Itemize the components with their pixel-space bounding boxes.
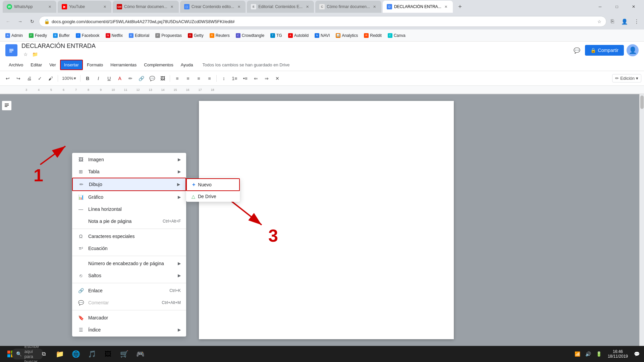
forward-button[interactable]: → — [15, 16, 25, 27]
underline-button[interactable]: U — [104, 73, 114, 83]
cast-icon[interactable]: ⎘ — [608, 17, 617, 26]
maximize-button[interactable]: □ — [609, 1, 625, 12]
menu-item-dibujo[interactable]: ✏ Dibujo ▶ + Nuevo △ — [72, 178, 186, 191]
bookmark-analytics[interactable]: 📊 Analytics — [333, 32, 361, 39]
bookmark-getty[interactable]: G Getty — [185, 32, 206, 39]
menu-item-marcador[interactable]: 🔖 Marcador — [72, 312, 186, 324]
submenu-de-drive[interactable]: △ De Drive — [186, 191, 240, 202]
menu-ver[interactable]: Ver — [46, 60, 59, 69]
numbered-list-button[interactable]: 1≡ — [229, 73, 239, 83]
url-bar[interactable]: 🔒 docs.google.com/document/d/1iF5WLAkt8l… — [39, 16, 606, 27]
bookmark-feedly[interactable]: F Feedly — [26, 32, 50, 39]
menu-item-caracteres[interactable]: Ω Caracteres especiales — [72, 230, 186, 242]
page-scroll-area[interactable]: 1 2 3 🖼 — [13, 94, 639, 346]
bookmark-facebook[interactable]: f Facebook — [73, 32, 102, 39]
tab-close-declaracion[interactable]: ✕ — [443, 4, 449, 9]
menu-editar[interactable]: Editar — [27, 60, 45, 69]
outline-icon[interactable] — [2, 101, 11, 110]
share-button[interactable]: 🔒 Compartir — [585, 45, 624, 56]
menu-item-indice[interactable]: ☰ Índice ▶ — [72, 324, 186, 337]
file-explorer-button[interactable]: 📁 — [52, 347, 67, 361]
paint-format-button[interactable]: 🖌 — [46, 73, 56, 83]
doc-title[interactable]: DECLARACIÓN ENTRADA — [21, 43, 568, 50]
tab-close-como-firmar-2[interactable]: ✕ — [372, 4, 377, 9]
tab-como-firmar-2[interactable]: C Cómo firmar documen... ✕ — [315, 1, 381, 13]
reload-button[interactable]: ↻ — [27, 16, 38, 27]
indent-decrease-button[interactable]: ⇐ — [251, 73, 261, 83]
line-spacing-button[interactable]: ↕ — [219, 73, 229, 83]
network-icon[interactable]: 📶 — [573, 347, 582, 361]
star-icon[interactable]: ☆ — [21, 50, 30, 58]
bookmark-tg[interactable]: T TG — [268, 32, 285, 39]
indent-increase-button[interactable]: ⇒ — [262, 73, 272, 83]
zoom-selector[interactable]: 100% ▾ — [60, 76, 78, 81]
menu-item-grafico[interactable]: 📊 Gráfico ▶ — [72, 191, 186, 203]
tab-editorial[interactable]: E Editorial: Contenidos E... ✕ — [247, 1, 314, 13]
bookmark-navi[interactable]: N NAVI — [312, 32, 332, 39]
account-icon[interactable]: 👤 — [620, 17, 629, 26]
tab-close-youtube[interactable]: ✕ — [102, 4, 107, 9]
menu-item-enlace[interactable]: 🔗 Enlace Ctrl+K — [72, 285, 186, 297]
menu-item-tabla[interactable]: ⊞ Tabla ▶ — [72, 166, 186, 178]
tab-crear-contenido[interactable]: ◻ Crear Contenido edito... ✕ — [180, 1, 246, 13]
tab-close-como-firmar-1[interactable]: ✕ — [169, 4, 175, 9]
comment-icon[interactable]: 💬 — [572, 45, 582, 56]
bookmark-netflix[interactable]: N Netflix — [103, 32, 125, 39]
notification-icon[interactable]: 💬 — [632, 347, 641, 361]
menu-ayuda[interactable]: Ayuda — [177, 60, 197, 69]
menu-archivo[interactable]: Archivo — [5, 60, 26, 69]
scrollbar-thumb[interactable] — [640, 96, 644, 109]
chrome-taskbar-button[interactable]: 🌐 — [68, 347, 83, 361]
folder-icon[interactable]: 📁 — [31, 50, 39, 58]
text-color-button[interactable]: A — [115, 73, 125, 83]
align-left-button[interactable]: ≡ — [172, 73, 182, 83]
menu-item-nota[interactable]: Nota a pie de página Ctrl+Alt+F — [72, 215, 186, 227]
spellcheck-button[interactable]: ✓ — [35, 73, 45, 83]
menu-item-saltos[interactable]: ⎋ Saltos ▶ — [72, 269, 186, 282]
new-tab-button[interactable]: + — [455, 2, 465, 11]
menu-formato[interactable]: Formato — [84, 60, 106, 69]
tab-close-whatsapp[interactable]: ✕ — [47, 4, 52, 9]
settings-icon[interactable]: ⋮ — [632, 17, 641, 26]
menu-herramientas[interactable]: Herramientas — [107, 60, 140, 69]
tab-como-firmar-1[interactable]: CH Cómo firmar documen... ✕ — [113, 1, 179, 13]
taskbar-clock[interactable]: 16:46 18/11/2019 — [605, 349, 631, 359]
bookmark-canva[interactable]: C Canva — [385, 32, 408, 39]
volume-icon[interactable]: 🔊 — [584, 347, 593, 361]
tab-youtube[interactable]: ▶ YouTube ✕ — [58, 1, 111, 13]
italic-button[interactable]: I — [93, 73, 103, 83]
bookmark-buffer[interactable]: B Buffer — [50, 32, 72, 39]
bookmark-star-icon[interactable]: ☆ — [597, 19, 601, 24]
bookmark-admin[interactable]: A Admin — [3, 32, 25, 39]
scrollbar[interactable] — [639, 94, 644, 346]
align-right-button[interactable]: ≡ — [194, 73, 204, 83]
bookmark-reuters[interactable]: R Reuters — [207, 32, 232, 39]
store-button[interactable]: 🛒 — [117, 347, 131, 361]
menu-item-ecuacion[interactable]: π² Ecuación — [72, 242, 186, 254]
tab-whatsapp[interactable]: W WhatsApp ✕ — [3, 1, 56, 13]
bookmark-autobild[interactable]: A Autobild — [285, 32, 311, 39]
menu-item-numero[interactable]: Número de encabezado y de página ▶ — [72, 257, 186, 269]
tab-close-editorial[interactable]: ✕ — [305, 4, 310, 9]
bookmark-reddit[interactable]: R Reddit — [361, 32, 384, 39]
mode-selector[interactable]: ✏ Edición ▾ — [612, 74, 641, 82]
redo-button[interactable]: ↪ — [13, 73, 23, 83]
clear-format-button[interactable]: ✕ — [272, 73, 282, 83]
task-view-button[interactable]: ⧉ — [36, 347, 51, 361]
menu-item-linea[interactable]: — Línea horizontal — [72, 203, 186, 215]
search-taskbar-button[interactable]: 🔍 Escribe aquí para buscar — [20, 347, 35, 361]
highlight-button[interactable]: ✏ — [125, 73, 136, 83]
bookmark-editorial[interactable]: E Editorial — [126, 32, 152, 39]
menu-item-imagen[interactable]: 🖼 Imagen ▶ — [72, 153, 186, 166]
submenu-nuevo[interactable]: + Nuevo — [186, 178, 240, 191]
menu-complementos[interactable]: Complementos — [141, 60, 176, 69]
bookmark-propuestas[interactable]: P Propuestas — [153, 32, 184, 39]
battery-icon[interactable]: 🔋 — [594, 347, 604, 361]
back-button[interactable]: ← — [3, 16, 13, 27]
align-center-button[interactable]: ≡ — [183, 73, 193, 83]
undo-button[interactable]: ↩ — [3, 73, 13, 83]
game-button[interactable]: 🎮 — [133, 347, 148, 361]
spotify-button[interactable]: 🎵 — [85, 347, 99, 361]
image-button[interactable]: 🖼 — [158, 73, 168, 83]
link-button[interactable]: 🔗 — [136, 73, 146, 83]
